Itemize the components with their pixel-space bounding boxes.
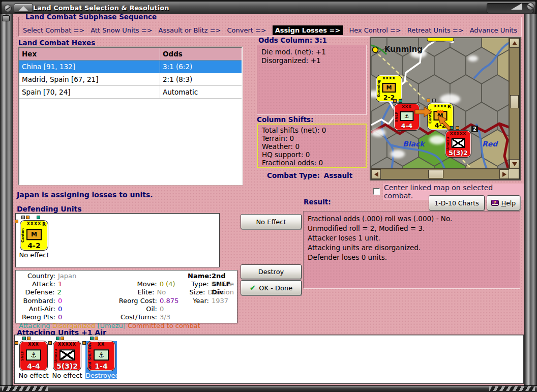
scroll-right-icon[interactable] (499, 169, 509, 179)
unit-name-label: Umezu (54, 349, 58, 363)
horizontal-scroll-thumb[interactable] (428, 170, 443, 178)
unit-strength: 1-4 (88, 362, 114, 370)
detail-value: 1 (55, 280, 110, 288)
detail-label (188, 305, 209, 313)
window-border-bottom[interactable] (0, 385, 537, 392)
defending-units-panel[interactable]: XXXX R Canton M 4-2 No effect (15, 213, 220, 267)
detail-label: Name: (188, 272, 209, 280)
status-dot-icon (393, 99, 397, 103)
hexes-listbox[interactable]: Hex Odds China [91, 132] 3:1 (6:2) Madri… (18, 47, 243, 185)
status-dot-icon (427, 99, 430, 102)
unit-name-label: SNLF (20, 351, 24, 361)
window-title: Land Combat Selection & Resolution (33, 4, 169, 12)
resize-grip-icon[interactable] (2, 386, 48, 391)
unit-strength: 5(3)2 (54, 362, 80, 370)
odds-cell: 3:1 (6:2) (160, 63, 242, 71)
marine-anchor-icon: ⚓ (94, 349, 109, 360)
detail-value: 0 (4) (157, 280, 188, 288)
detail-value (157, 272, 188, 280)
subphase-sequence-row: Select Combat => Att Snow Units => Assau… (23, 25, 517, 35)
unit-size-label: XXXXX (446, 132, 470, 136)
window-border-left[interactable] (0, 14, 13, 385)
column-shifts-title: Column Shifts: (257, 115, 314, 124)
center-map-checkbox[interactable] (373, 188, 380, 195)
attacking-unit-umezu[interactable]: XXXXX Umezu 5(3)2 No effect (51, 341, 83, 379)
ok-done-button[interactable]: ✔ OK - Done (241, 280, 302, 295)
map-unit-canton-militia[interactable]: XXXX R Canton M▲▲▲ 4-2 (428, 103, 453, 130)
col-header-hex: Hex (19, 48, 160, 60)
shift-line: Terrain: 0 (262, 134, 362, 142)
unit-loss-status: No effect (18, 372, 49, 379)
hexes-table-title: Land Combat Hexes (18, 39, 95, 47)
detail-label: Type: (188, 280, 209, 288)
map-horizontal-scrollbar[interactable] (371, 168, 509, 179)
detail-value: Division (205, 288, 234, 296)
status-dot-icon (95, 337, 98, 340)
unit-strength: 5(3)2 (446, 149, 470, 157)
burning-icon: ▲▲▲ (437, 109, 443, 113)
attacking-unit-2nd-snlf-selected[interactable]: XX 2nd SNLF Div ⚓ 1-4 Destroyed (85, 341, 117, 379)
status-dot-icon (26, 216, 29, 219)
help-button[interactable]: ? Help (487, 195, 520, 210)
resize-grip-icon[interactable] (489, 386, 535, 391)
scroll-down-icon[interactable] (510, 159, 519, 169)
phase-status-line: Japan is assigning losses to units. (17, 191, 153, 199)
attacking-units-panel[interactable]: XXX SNLF ⚓ 4-4 No effect XXXXX Umezu 5(3… (14, 335, 524, 384)
tag-committed: Committed to combat (128, 322, 200, 329)
militia-symbol-icon: M (382, 83, 396, 93)
unit-loss-status: Destroyed (85, 372, 117, 379)
charts-button[interactable]: 1-D-10 Charts (429, 195, 485, 210)
detail-label: Oil: (110, 305, 157, 313)
shift-line: Fractional odds: 0 (262, 159, 362, 167)
seq-step-retreat-units: Retreat Units => (407, 26, 464, 34)
table-row-china[interactable]: China [91, 132] 3:1 (6:2) (19, 61, 242, 73)
odds-detail-box: Die mod. (net): +1 Disorganized: +1 (257, 45, 367, 115)
defending-unit-canton[interactable]: XXXX R Canton M 4-2 No effect (18, 221, 50, 259)
seq-step-advance-units: Advance Units (470, 26, 517, 34)
detail-value: 2 (55, 288, 109, 296)
map-unit-umezu[interactable]: XXXXX Umezu 5(3)2 (445, 131, 471, 157)
no-effect-label: No Effect (256, 218, 286, 226)
status-dot-icon (399, 99, 402, 103)
result-line: Defender loses 0 units. (308, 253, 516, 262)
combat-type-value: Assault (324, 171, 352, 179)
combat-minimap[interactable]: Kunming Black Red XXXX Kunming M 2-2 XXX… (370, 37, 521, 180)
map-vertical-scrollbar[interactable] (509, 38, 519, 169)
window-border-right[interactable] (524, 14, 537, 385)
detail-value: Marine (209, 280, 234, 288)
map-viewport[interactable]: Kunming Black Red XXXX Kunming M 2-2 XXX… (371, 38, 509, 169)
defending-units-title: Defending Units (17, 205, 82, 213)
vertical-scroll-thumb[interactable] (510, 95, 519, 108)
unit-strength: 2-2 (377, 94, 401, 101)
map-unit-kunming-militia[interactable]: XXXX Kunming M 2-2 (376, 75, 402, 102)
detail-value: 0 (55, 305, 110, 313)
hex-cell: China [91, 132] (19, 61, 160, 73)
detail-value (209, 305, 234, 313)
detail-label: Bombard: (19, 297, 55, 305)
odds-line: Die mod. (net): +1 (261, 48, 362, 56)
detail-label: Defense: (19, 288, 55, 296)
detail-value (209, 313, 234, 321)
combat-type-label: Combat Type: (267, 171, 320, 179)
unit-strength: 4-2 (21, 242, 47, 250)
odds-line: Disorganized: +1 (261, 56, 362, 65)
attacking-unit-snlf[interactable]: XXX SNLF ⚓ 4-4 No effect (18, 341, 49, 379)
scroll-up-icon[interactable] (510, 38, 519, 48)
detail-value: No (154, 288, 184, 296)
no-effect-button[interactable]: No Effect (241, 214, 302, 229)
unit-size-label: XXX (395, 105, 419, 109)
stack-count-badge: 2 (471, 126, 478, 132)
status-dot-icon (432, 99, 436, 102)
window-titlebar[interactable]: Land Combat Selection & Resolution (1, 1, 536, 14)
detail-value: Japan (55, 272, 110, 280)
destroy-button[interactable]: Destroy (241, 264, 302, 279)
table-row-spain[interactable]: Spain [70, 24] Automatic (19, 86, 242, 99)
status-dot-icon (37, 216, 40, 219)
window-menu-button[interactable] (14, 4, 33, 13)
scroll-left-icon[interactable] (371, 169, 381, 179)
map-unit-snlf[interactable]: XXX SNLF ⚓ 4-4 (394, 104, 420, 130)
detail-value: 0 (55, 297, 110, 305)
detail-label: Elite: (108, 288, 154, 296)
table-row-madrid[interactable]: Madrid, Spain [67, 21] 2:1 (8:3) (19, 73, 242, 86)
infantry-cross-icon (452, 138, 465, 148)
